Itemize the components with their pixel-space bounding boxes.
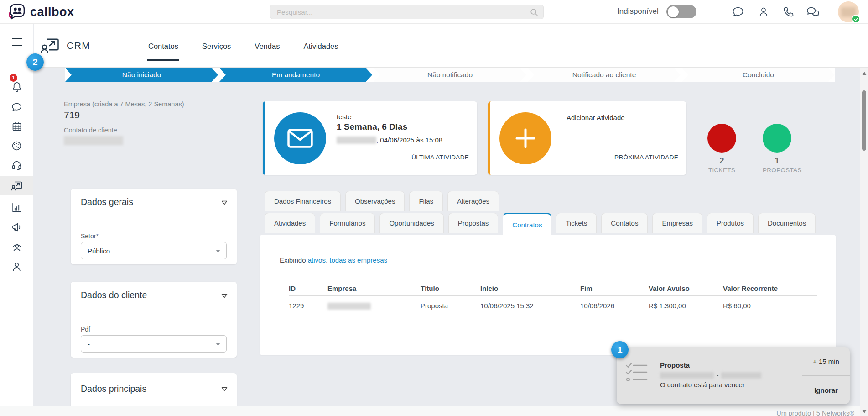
activity-author-line: , 04/06/2025 às 15:08	[337, 136, 442, 144]
showing-prefix: Exibindo	[280, 256, 306, 264]
crm-nav-servicos[interactable]: Serviços	[201, 41, 232, 52]
sidebar-item-headset[interactable]	[0, 155, 33, 174]
scrollbar-thumb[interactable]	[862, 90, 866, 151]
next-activity-caption: PRÓXIMA ATIVIDADE	[614, 154, 678, 161]
propostas-counter[interactable]: 1 PROPOSTAS	[763, 124, 791, 174]
company-created-label: Empresa (criada a 7 Meses, 2 Semanas)	[64, 100, 184, 108]
col-valor-avulso: Valor Avulso	[649, 284, 723, 292]
sidebar-item-reports[interactable]	[0, 198, 33, 217]
sidebar-item-chat[interactable]	[0, 97, 33, 116]
ignore-button[interactable]: Ignorar	[802, 375, 850, 404]
availability-toggle[interactable]	[666, 5, 696, 18]
tab-formularios[interactable]: Formulários	[320, 213, 375, 233]
panel-dados-principais-header[interactable]: Dados principais	[71, 373, 237, 404]
tab-alteracoes[interactable]: Alterações	[447, 191, 499, 211]
tab-oportunidades[interactable]: Oportunidades	[379, 213, 443, 233]
bar-chart-icon	[11, 202, 22, 213]
tab-produtos[interactable]: Produtos	[707, 213, 754, 233]
phone-icon[interactable]	[782, 5, 795, 18]
crm-nav-contatos[interactable]: Contatos	[147, 41, 179, 52]
toast-title: Proposta	[660, 361, 761, 369]
chevron-down-icon[interactable]	[221, 294, 228, 298]
footer-bar: Um produto | 5 Networks®	[0, 406, 868, 416]
step-concluido[interactable]: Concluido	[682, 68, 835, 82]
contracts-panel: Exibindo ativos, todas as empresas ID Em…	[260, 235, 836, 355]
online-status-badge	[852, 15, 860, 23]
activity-elapsed: 1 Semana, 6 Dias	[337, 122, 407, 132]
plus-icon	[515, 128, 536, 149]
sidebar-item-menu[interactable]	[0, 32, 33, 52]
callbox-logo[interactable]: callbox	[7, 3, 74, 21]
chevron-down-icon[interactable]	[221, 200, 228, 205]
app-window: callbox Indisponível	[0, 0, 868, 416]
setor-select[interactable]: Público	[81, 242, 227, 259]
scroll-down-arrow[interactable]	[862, 410, 867, 413]
table-row[interactable]: 1229 Proposta 10/06/2025 15:32 10/06/202…	[289, 296, 817, 315]
pdf-select[interactable]: -	[81, 335, 227, 353]
tab-atividades[interactable]: Atividades	[265, 213, 315, 233]
chat-icon[interactable]	[732, 5, 744, 18]
tab-contratos[interactable]: Contratos	[503, 213, 551, 235]
crm-nav-vendas[interactable]: Vendas	[254, 41, 281, 52]
add-activity-label[interactable]: Adicionar Atividade	[567, 114, 625, 121]
chevron-down-icon[interactable]	[221, 387, 228, 391]
toast-separator: -	[717, 372, 718, 379]
tab-filas[interactable]: Filas	[409, 191, 443, 211]
tickets-label: TICKETS	[707, 167, 736, 174]
sidebar-item-crm[interactable]	[0, 176, 33, 195]
tab-observacoes[interactable]: Observações	[345, 191, 405, 211]
last-activity-type-button[interactable]	[274, 112, 326, 164]
sidebar-item-contacts[interactable]	[0, 257, 33, 276]
panel-title: Dados gerais	[81, 197, 133, 207]
panel-dados-gerais-header[interactable]: Dados gerais	[71, 189, 237, 216]
cell-titulo: Proposta	[421, 302, 480, 310]
tab-propostas[interactable]: Propostas	[448, 213, 499, 233]
toast-actions: + 15 min Ignorar	[802, 347, 850, 404]
scroll-up-arrow[interactable]	[862, 72, 867, 75]
next-activity-card: Adicionar Atividade PRÓXIMA ATIVIDADE	[488, 101, 686, 175]
sidebar-item-calendar[interactable]	[0, 117, 33, 136]
panel-dados-do-cliente-header[interactable]: Dados do cliente	[71, 282, 237, 309]
col-empresa: Empresa	[327, 284, 421, 292]
annotation-badge-1: 1	[611, 341, 629, 358]
sidebar-item-notifications[interactable]: 1	[0, 77, 33, 96]
select-caret-icon	[216, 343, 220, 346]
showing-filter-link[interactable]: ativos, todas as empresas	[308, 256, 387, 264]
tab-dados-financeiros[interactable]: Dados Financeiros	[265, 191, 341, 211]
calendar-icon	[11, 121, 22, 132]
sidebar: 1	[0, 24, 33, 406]
search-input[interactable]	[270, 5, 543, 19]
company-id: 719	[64, 110, 80, 121]
conversations-icon[interactable]	[806, 5, 821, 18]
agent-icon	[11, 241, 23, 253]
hamburger-menu-icon	[11, 38, 22, 46]
crm-title-icon	[39, 37, 61, 55]
crm-header: CRM Contatos Serviços Vendas Atividades	[34, 24, 868, 68]
propostas-count: 1	[763, 156, 791, 166]
step-notificado-ao-cliente[interactable]: Notificado ao cliente	[528, 68, 681, 82]
status-stepper: Não iniciado Em andamento Não notificado…	[65, 68, 835, 82]
add-activity-button[interactable]	[499, 112, 551, 164]
sidebar-item-campaigns[interactable]	[0, 217, 33, 237]
tickets-counter[interactable]: 2 TICKETS	[707, 124, 736, 174]
headset-icon	[11, 159, 22, 171]
crm-nav-atividades[interactable]: Atividades	[302, 41, 339, 52]
step-nao-notificado[interactable]: Não notificado	[374, 68, 526, 82]
toast-company-redacted	[660, 372, 714, 379]
tab-tickets[interactable]: Tickets	[556, 213, 597, 233]
step-nao-iniciado[interactable]: Não iniciado	[65, 68, 218, 82]
activity-name: teste	[337, 113, 352, 121]
crm-nav: Contatos Serviços Vendas Atividades	[147, 41, 339, 52]
sidebar-item-agents[interactable]	[0, 237, 33, 256]
contact-label: Contato de cliente	[64, 126, 117, 134]
tab-contatos[interactable]: Contatos	[601, 213, 648, 233]
sidebar-item-dashboard[interactable]	[0, 136, 33, 155]
avatar[interactable]	[838, 1, 859, 22]
col-fim: Fim	[580, 284, 649, 292]
step-label: Em andamento	[272, 71, 320, 79]
tab-empresas[interactable]: Empresas	[652, 213, 702, 233]
user-icon[interactable]	[757, 5, 770, 18]
step-em-andamento[interactable]: Em andamento	[219, 68, 372, 82]
tab-documentos[interactable]: Documentos	[758, 213, 816, 233]
snooze-button[interactable]: + 15 min	[802, 347, 850, 375]
